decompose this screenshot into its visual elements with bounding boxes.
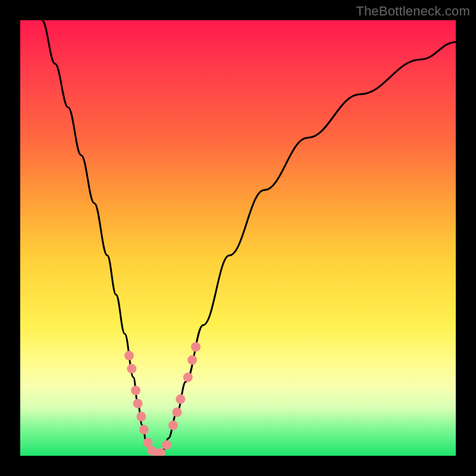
bottleneck-curve — [42, 20, 456, 455]
data-point-marker — [173, 408, 182, 417]
chart-frame: TheBottleneck.com — [0, 0, 476, 476]
data-point-marker — [139, 425, 149, 434]
data-point-marker — [137, 412, 146, 421]
data-point-marker — [133, 399, 143, 408]
data-point-marker — [162, 440, 171, 450]
data-point-marker — [127, 364, 136, 374]
watermark-text: TheBottleneck.com — [356, 4, 470, 19]
data-point-marker — [131, 386, 140, 395]
data-point-marker — [168, 421, 178, 430]
chart-svg — [20, 20, 456, 456]
data-point-marker — [187, 355, 197, 365]
data-point-marker — [191, 342, 201, 352]
data-point-marker — [124, 351, 134, 361]
data-point-marker — [176, 394, 185, 404]
data-point-marker — [183, 372, 193, 382]
